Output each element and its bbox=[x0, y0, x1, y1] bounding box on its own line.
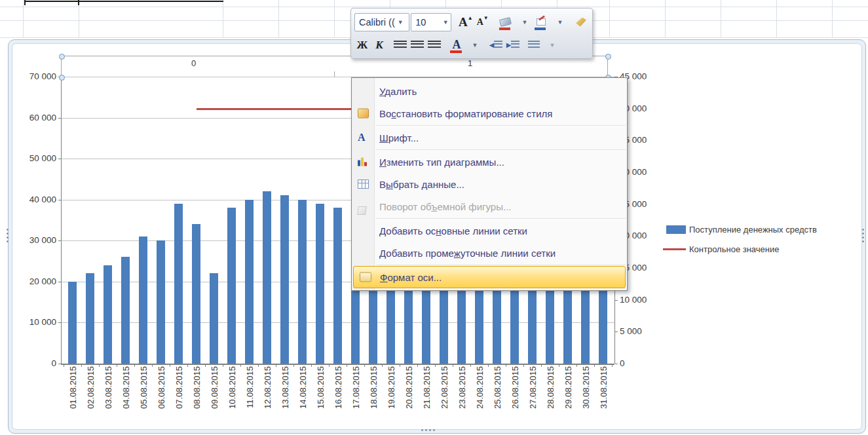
chart-bar[interactable] bbox=[139, 236, 147, 364]
x-axis-label[interactable]: 04.08.2015 bbox=[121, 366, 130, 419]
chart-bar[interactable] bbox=[245, 200, 254, 364]
x-axis-tick bbox=[435, 364, 436, 367]
x-axis-label[interactable]: 13.08.2015 bbox=[280, 366, 290, 419]
chart-bar[interactable] bbox=[333, 208, 342, 364]
x-axis-label[interactable]: 17.08.2015 bbox=[351, 366, 360, 419]
bullet-list-menu-button[interactable]: ▼ bbox=[543, 35, 559, 55]
x-axis-label[interactable]: 08.08.2015 bbox=[192, 366, 201, 419]
menu-item[interactable]: Удалить bbox=[352, 80, 627, 102]
decrease-indent-button[interactable]: ◀ bbox=[488, 35, 504, 55]
font-color-button[interactable]: A bbox=[449, 35, 464, 55]
right-axis-label[interactable]: 10 000 bbox=[620, 295, 647, 305]
x-axis-label[interactable]: 03.08.2015 bbox=[104, 366, 113, 419]
left-axis-label[interactable]: 70 000 bbox=[12, 71, 56, 81]
increase-indent-button[interactable]: ▶ bbox=[505, 35, 521, 55]
x-axis-label[interactable]: 24.08.2015 bbox=[475, 366, 484, 419]
menu-item[interactable]: Изменить тип диаграммы... bbox=[352, 151, 627, 173]
font-name-combo[interactable]: Calibri (( ▼ bbox=[354, 13, 409, 31]
chart-bar[interactable] bbox=[298, 200, 307, 364]
x-axis-label[interactable]: 29.08.2015 bbox=[563, 366, 573, 419]
chart-bar[interactable] bbox=[157, 240, 165, 364]
chart-bar[interactable] bbox=[210, 273, 218, 364]
chart-bar[interactable] bbox=[68, 282, 77, 364]
x-axis-label[interactable]: 26.08.2015 bbox=[510, 366, 519, 419]
x-axis-line[interactable] bbox=[61, 364, 614, 365]
legend-bar-swatch[interactable] bbox=[666, 225, 686, 234]
left-axis-label[interactable]: 20 000 bbox=[12, 276, 56, 286]
left-axis-label[interactable]: 50 000 bbox=[12, 153, 56, 163]
secondary-axis-label[interactable]: 1 bbox=[468, 58, 472, 68]
right-axis-label[interactable]: 5 000 bbox=[620, 326, 642, 336]
x-axis-label[interactable]: 12.08.2015 bbox=[263, 366, 272, 419]
align-right-button[interactable] bbox=[426, 35, 442, 55]
left-axis-label[interactable]: 60 000 bbox=[12, 113, 56, 123]
chart-bar[interactable] bbox=[174, 204, 183, 364]
x-axis-label[interactable]: 10.08.2015 bbox=[227, 366, 236, 419]
x-axis-label[interactable]: 20.08.2015 bbox=[404, 366, 413, 419]
menu-item[interactable]: Добавить основные линии сетки bbox=[352, 219, 627, 242]
chevron-down-icon[interactable]: ▼ bbox=[443, 19, 449, 26]
axis-selection-handle[interactable] bbox=[605, 54, 611, 60]
x-axis-label[interactable]: 15.08.2015 bbox=[316, 366, 325, 419]
x-axis-label[interactable]: 06.08.2015 bbox=[157, 366, 166, 419]
axis-selection-handle[interactable] bbox=[59, 75, 65, 81]
axis-selection-handle[interactable] bbox=[59, 54, 65, 60]
x-axis-label[interactable]: 27.08.2015 bbox=[528, 366, 537, 419]
chevron-down-icon[interactable]: ▼ bbox=[398, 19, 404, 26]
legend-label[interactable]: Поступление денежных средств bbox=[689, 225, 817, 235]
legend-label[interactable]: Контрольное значение bbox=[689, 244, 779, 254]
chart-bar[interactable] bbox=[192, 224, 200, 364]
x-axis-label[interactable]: 21.08.2015 bbox=[422, 366, 431, 419]
shape-outline-button[interactable] bbox=[533, 12, 550, 32]
chart-bar[interactable] bbox=[227, 208, 236, 364]
x-axis-label[interactable]: 31.08.2015 bbox=[599, 366, 608, 419]
shrink-font-button[interactable]: A▼ bbox=[475, 12, 491, 32]
right-axis-label[interactable]: 0 bbox=[620, 358, 625, 368]
menu-item[interactable]: Добавить промежуточные линии сетки bbox=[352, 242, 627, 264]
x-axis-label[interactable]: 30.08.2015 bbox=[581, 366, 590, 419]
x-axis-label[interactable]: 01.08.2015 bbox=[68, 366, 77, 419]
chart-bar[interactable] bbox=[280, 195, 289, 364]
font-size-combo[interactable]: 10 ▼ bbox=[411, 13, 451, 31]
chart-bar[interactable] bbox=[263, 191, 271, 364]
align-center-button[interactable] bbox=[409, 35, 425, 55]
menu-item[interactable]: Формат оси... bbox=[353, 266, 626, 288]
x-axis-label[interactable]: 19.08.2015 bbox=[387, 366, 396, 419]
chart-bar[interactable] bbox=[104, 265, 112, 364]
font-color-menu-button[interactable]: ▼ bbox=[466, 35, 481, 55]
x-axis-label[interactable]: 23.08.2015 bbox=[457, 366, 466, 419]
x-axis-label[interactable]: 25.08.2015 bbox=[493, 366, 502, 419]
legend-line-swatch[interactable] bbox=[663, 248, 686, 250]
x-axis-label[interactable]: 16.08.2015 bbox=[333, 366, 343, 419]
fill-color-menu-button[interactable]: ▼ bbox=[516, 12, 531, 32]
fill-color-button[interactable] bbox=[497, 12, 514, 32]
menu-item[interactable]: Выбрать данные... bbox=[352, 173, 627, 195]
left-axis-label[interactable]: 10 000 bbox=[12, 317, 56, 327]
x-axis-label[interactable]: 18.08.2015 bbox=[369, 366, 378, 419]
italic-button[interactable]: К bbox=[371, 35, 387, 55]
chart-bar[interactable] bbox=[121, 257, 130, 364]
x-axis-label[interactable]: 11.08.2015 bbox=[245, 366, 254, 419]
left-axis-label[interactable]: 0 bbox=[12, 358, 56, 368]
format-painter-button[interactable] bbox=[573, 12, 589, 32]
menu-item[interactable]: AШрифт... bbox=[352, 126, 627, 149]
secondary-axis-label[interactable]: 0 bbox=[191, 58, 196, 68]
grow-font-button[interactable]: A▲ bbox=[458, 12, 474, 32]
primary-y-axis-line[interactable] bbox=[61, 77, 62, 364]
outline-color-menu-button[interactable]: ▼ bbox=[551, 12, 567, 32]
x-axis-label[interactable]: 09.08.2015 bbox=[210, 366, 219, 419]
x-axis-label[interactable]: 02.08.2015 bbox=[86, 366, 95, 419]
x-axis-label[interactable]: 05.08.2015 bbox=[139, 366, 148, 419]
menu-item[interactable]: Восстановить форматирование стиля bbox=[352, 102, 627, 124]
left-axis-label[interactable]: 40 000 bbox=[12, 195, 56, 204]
align-left-button[interactable] bbox=[392, 35, 408, 55]
x-axis-label[interactable]: 28.08.2015 bbox=[546, 366, 555, 419]
x-axis-label[interactable]: 22.08.2015 bbox=[440, 366, 449, 419]
chart-bar[interactable] bbox=[86, 273, 94, 364]
x-axis-label[interactable]: 07.08.2015 bbox=[174, 366, 183, 419]
bold-button[interactable]: Ж bbox=[354, 35, 370, 55]
x-axis-label[interactable]: 14.08.2015 bbox=[298, 366, 307, 419]
bullet-list-button[interactable] bbox=[526, 35, 542, 55]
chart-bar[interactable] bbox=[316, 204, 324, 364]
left-axis-label[interactable]: 30 000 bbox=[12, 235, 56, 245]
